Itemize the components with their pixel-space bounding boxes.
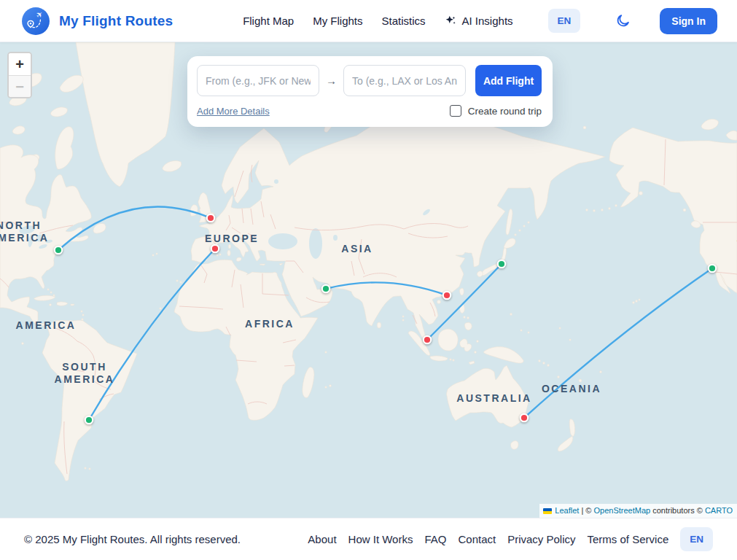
arrow-right-icon: → [326,74,337,87]
zoom-out-button[interactable]: − [9,75,31,97]
sparkle-icon [445,15,457,27]
footer-link-about[interactable]: About [308,533,336,545]
brand-logo[interactable]: ✈ My Flight Routes [22,7,173,35]
osm-link[interactable]: OpenStreetMap [593,506,650,515]
airport-marker-destination[interactable] [211,245,219,252]
language-button[interactable]: EN [548,9,581,33]
add-flight-card: → Add Flight Add More Details Create rou… [187,56,553,127]
map-attribution: Leaflet | © OpenStreetMap contributors ©… [539,504,737,518]
nav-ai-insights[interactable]: AI Insights [445,15,513,27]
main-nav: Flight Map My Flights Statistics AI Insi… [243,8,717,34]
zoom-in-button[interactable]: + [9,53,31,75]
nav-flight-map[interactable]: Flight Map [243,15,294,27]
leaflet-link[interactable]: Leaflet [555,506,579,515]
to-input[interactable] [343,65,466,96]
carto-link[interactable]: CARTO [705,506,733,515]
nav-my-flights[interactable]: My Flights [313,15,362,27]
flight-map[interactable]: NORTH AMERICAEUROPEASIAAMERICAAFRICASOUT… [0,42,737,518]
airport-marker-origin[interactable] [55,246,62,254]
round-trip-label: Create round trip [468,106,542,117]
map-zoom-control: + − [7,52,32,98]
footer-link-faq[interactable]: FAQ [424,533,446,545]
sign-in-button[interactable]: Sign In [660,8,717,34]
airport-marker-origin[interactable] [322,285,329,292]
airport-marker-destination[interactable] [520,414,528,421]
attribution-contributors: contributors © [650,506,705,515]
moon-icon [615,13,631,28]
footer-link-terms[interactable]: Terms of Service [588,533,669,545]
header: ✈ My Flight Routes Flight Map My Flights… [0,0,737,42]
round-trip-checkbox[interactable] [450,105,461,117]
attribution-separator: | © [579,506,593,515]
add-more-details-link[interactable]: Add More Details [197,106,270,117]
airport-marker-origin[interactable] [498,260,505,268]
copyright-text: © 2025 My Flight Routes. All rights rese… [24,533,241,545]
brand-title: My Flight Routes [59,13,173,29]
svg-text:✈: ✈ [34,9,45,20]
footer: © 2025 My Flight Routes. All rights rese… [0,518,737,560]
logo-icon: ✈ [22,7,50,35]
ukraine-flag-icon [543,508,552,514]
airport-marker-destination[interactable] [424,336,431,343]
dark-mode-toggle[interactable] [615,13,631,28]
footer-language-button[interactable]: EN [680,527,713,551]
airport-marker-destination[interactable] [207,214,214,222]
from-input[interactable] [197,65,319,96]
nav-statistics[interactable]: Statistics [382,15,426,27]
add-flight-button[interactable]: Add Flight [475,65,542,96]
flight-route-line [524,268,712,418]
footer-link-privacy[interactable]: Privacy Policy [507,533,575,545]
footer-link-contact[interactable]: Contact [458,533,496,545]
airport-marker-origin[interactable] [709,265,716,272]
airport-marker-destination[interactable] [443,292,451,299]
airport-marker-origin[interactable] [85,416,93,424]
footer-nav: About How It Works FAQ Contact Privacy P… [308,527,713,551]
footer-link-how-it-works[interactable]: How It Works [348,533,413,545]
